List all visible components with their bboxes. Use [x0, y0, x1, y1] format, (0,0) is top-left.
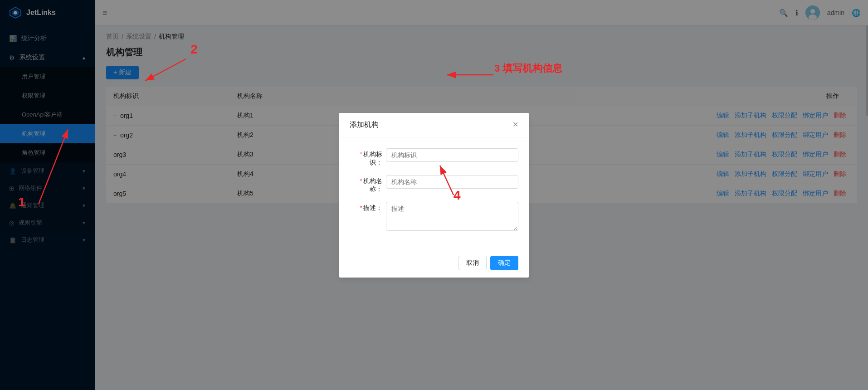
- input-org-name[interactable]: [386, 175, 518, 189]
- modal-footer: 取消 确定: [339, 251, 529, 278]
- modal-overlay: 添加机构 ✕ *机构标识： *机构名称：: [0, 0, 868, 390]
- modal-body: *机构标识： *机构名称： *描述：: [339, 137, 529, 251]
- add-org-modal: 添加机构 ✕ *机构标识： *机构名称：: [339, 113, 529, 278]
- control-org-name: [386, 175, 518, 189]
- label-org-id: *机构标识：: [350, 148, 386, 167]
- input-desc[interactable]: [386, 202, 518, 231]
- label-org-name: *机构名称：: [350, 175, 386, 194]
- form-item-org-id: *机构标识：: [350, 148, 518, 167]
- modal-title: 添加机构: [350, 120, 379, 130]
- modal-close-button[interactable]: ✕: [512, 121, 518, 128]
- required-mark: *: [360, 151, 362, 158]
- confirm-button[interactable]: 确定: [490, 256, 518, 270]
- required-mark: *: [360, 204, 362, 211]
- input-org-id[interactable]: [386, 148, 518, 162]
- form-item-desc: *描述：: [350, 202, 518, 232]
- required-mark: *: [360, 177, 362, 185]
- control-org-id: [386, 148, 518, 162]
- modal-header: 添加机构 ✕: [339, 113, 529, 137]
- control-desc: [386, 202, 518, 232]
- label-desc: *描述：: [350, 202, 386, 212]
- form-item-org-name: *机构名称：: [350, 175, 518, 194]
- cancel-button[interactable]: 取消: [458, 256, 487, 270]
